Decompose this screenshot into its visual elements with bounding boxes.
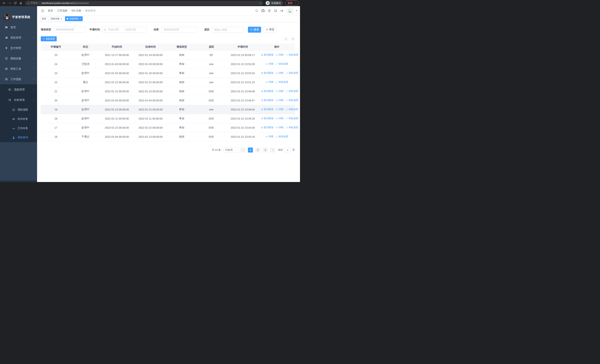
- detail-action-link[interactable]: 详情: [276, 71, 283, 75]
- search-button[interactable]: 搜索: [248, 27, 261, 33]
- tab-leave-query[interactable]: 请假查询 ×: [65, 16, 83, 21]
- sidebar-item-task-mgmt[interactable]: 任务管理: [0, 95, 37, 105]
- cancel-action-link[interactable]: 取消请假: [261, 53, 273, 56]
- progress-action-link[interactable]: 审批进度: [286, 108, 298, 111]
- user-menu-caret-icon[interactable]: ▼: [296, 10, 297, 12]
- cancel-action-link[interactable]: 取消请假: [261, 99, 273, 102]
- sidebar-item-devtools[interactable]: 研发工具: [0, 64, 37, 74]
- cancel-action-link[interactable]: 取消请假: [261, 90, 273, 93]
- cancel-action-link[interactable]: 取消请假: [261, 108, 273, 111]
- header-search-icon[interactable]: [254, 8, 259, 13]
- sidebar-item-my-process[interactable]: 我的流程: [0, 105, 37, 114]
- security-label: 不安全: [31, 1, 38, 5]
- progress-action-link[interactable]: 审批进度: [286, 53, 298, 56]
- next-page-button[interactable]: [270, 148, 275, 152]
- cell-applied: 2022-01-22 23:43:16: [226, 132, 259, 141]
- sidebar-item-home[interactable]: 首页: [0, 22, 37, 32]
- sidebar-item-leave-query[interactable]: 请假查询: [0, 133, 37, 142]
- sidebar-item-system[interactable]: 系统管理: [0, 32, 37, 43]
- detail-icon: [276, 72, 278, 74]
- progress-action-link[interactable]: 审批进度: [286, 90, 298, 93]
- github-icon[interactable]: [261, 8, 265, 13]
- progress-action-link[interactable]: 审批进度: [276, 135, 288, 138]
- app-logo-row[interactable]: 芋道管理系统: [0, 12, 37, 22]
- sidebar-item-workflow[interactable]: 工作流程: [0, 74, 37, 84]
- leave-type-select[interactable]: 请选择请假类型: [54, 27, 85, 33]
- site-security-indicator[interactable]: 不安全: [27, 1, 38, 5]
- page-button-2[interactable]: 2: [255, 148, 260, 152]
- sidebar-collapse-icon[interactable]: [40, 8, 45, 13]
- detail-action-link[interactable]: 详情: [265, 135, 273, 138]
- cell-end: 2022-01-22 00:00:00: [134, 78, 167, 87]
- cell-applied: 2022-01-22 23:53:32: [226, 69, 259, 78]
- progress-action-link[interactable]: 审批进度: [286, 71, 298, 75]
- detail-action-link[interactable]: 详情: [276, 99, 283, 102]
- browser-menu-dots-icon[interactable]: ⋮: [294, 2, 297, 5]
- detail-action-link[interactable]: 详情: [265, 62, 273, 65]
- search-icon: [285, 38, 287, 40]
- progress-action-link[interactable]: 审批进度: [276, 62, 288, 65]
- result-select[interactable]: 请选择流结果: [161, 27, 197, 33]
- breadcrumb-home[interactable]: 首页: [48, 9, 53, 12]
- avatar-image-placeholder[interactable]: [287, 8, 293, 14]
- home-button[interactable]: [18, 0, 24, 6]
- sidebar-item-payment[interactable]: ¥ 支付管理: [0, 43, 37, 53]
- progress-action-link[interactable]: 审批进度: [286, 126, 298, 129]
- page-button-1[interactable]: 1: [248, 148, 253, 152]
- prev-page-button[interactable]: [241, 148, 245, 152]
- progress-icon: [276, 135, 278, 138]
- page-button-3[interactable]: 3: [263, 148, 268, 152]
- detail-action-link[interactable]: 详情: [276, 108, 283, 111]
- help-icon[interactable]: [267, 8, 272, 13]
- sidebar-item-infra[interactable]: 基础设施: [0, 53, 37, 64]
- detail-action-link[interactable]: 详情: [276, 53, 283, 56]
- cell-end: 2022-01-23 00:00:00: [134, 87, 167, 96]
- page-size-select[interactable]: 10条/页: [224, 148, 238, 152]
- cell-type: 事假: [167, 123, 196, 132]
- reset-button[interactable]: 重置: [264, 27, 276, 33]
- fullscreen-icon[interactable]: [273, 8, 278, 13]
- sidebar-item-todo-tasks[interactable]: 待办任务: [0, 114, 37, 124]
- detail-action-link[interactable]: 详情: [276, 90, 283, 93]
- cancel-action-link[interactable]: 取消请假: [261, 71, 273, 75]
- detail-icon: [276, 90, 278, 93]
- forward-button[interactable]: [7, 0, 12, 6]
- detail-action-link[interactable]: 详情: [276, 126, 283, 129]
- cancel-action-link[interactable]: 取消请假: [261, 117, 273, 120]
- cancel-action-link[interactable]: 取消请假: [261, 126, 273, 129]
- reload-button[interactable]: [12, 0, 18, 6]
- table-refresh-button[interactable]: [291, 37, 295, 41]
- sidebar-item-done-tasks[interactable]: 已办任务: [0, 124, 37, 133]
- detail-action-link[interactable]: 详情: [265, 80, 273, 84]
- tab-process-detail[interactable]: 流程详情 ×: [49, 16, 64, 21]
- breadcrumb-workflow[interactable]: 工作流程: [57, 9, 67, 12]
- goto-page-input[interactable]: [285, 148, 291, 152]
- cell-start: 2021-12-27 00:00:00: [100, 50, 134, 59]
- close-icon[interactable]: ×: [80, 18, 81, 20]
- face-icon: [12, 108, 15, 111]
- progress-action-link[interactable]: 审批进度: [276, 80, 288, 84]
- browser-update-menu[interactable]: 更新 ⋮: [285, 0, 299, 6]
- apply-time-range-picker[interactable]: 开始日期 - 结束日期: [102, 27, 147, 33]
- back-button[interactable]: [1, 0, 7, 6]
- font-size-icon[interactable]: TT: [280, 8, 284, 13]
- cell-reason: EEE: [196, 123, 226, 132]
- close-icon[interactable]: ×: [61, 18, 62, 20]
- cell-id: 18: [41, 114, 71, 123]
- table-search-toggle-button[interactable]: [284, 37, 288, 41]
- cell-start: 2022-01-03 00:00:00: [100, 69, 134, 78]
- detail-action-link[interactable]: 详情: [276, 117, 283, 120]
- column-id: 申请编号: [41, 44, 71, 50]
- tab-home[interactable]: 首页: [40, 16, 48, 21]
- breadcrumb-oa[interactable]: OA 示例: [72, 9, 81, 12]
- reason-input[interactable]: [212, 27, 244, 33]
- sidebar-item-process-mgmt[interactable]: 流程管理: [0, 84, 37, 95]
- column-start: 开始时间: [100, 44, 134, 50]
- progress-action-link[interactable]: 审批进度: [286, 117, 298, 120]
- range-separator: -: [123, 28, 124, 31]
- bookmark-star-icon[interactable]: ☆: [258, 1, 262, 5]
- create-leave-button[interactable]: 发起请假: [41, 36, 57, 41]
- progress-action-link[interactable]: 审批进度: [286, 99, 298, 102]
- cell-status: 处理中: [71, 123, 100, 132]
- address-bar[interactable]: 不安全 dashboard.yudao.iocoder.cn/bpm/oa/le…: [25, 1, 263, 5]
